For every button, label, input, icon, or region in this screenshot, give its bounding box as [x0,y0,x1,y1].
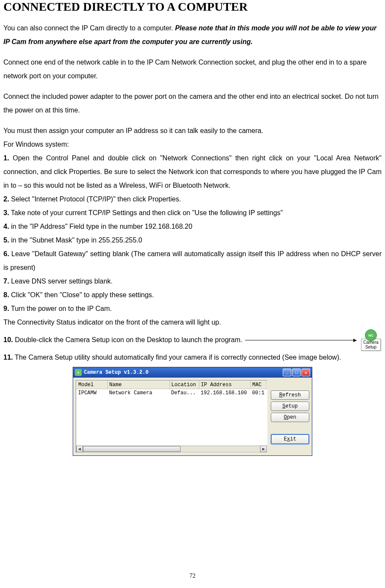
step-7: 7. Leave DNS server settings blank. [3,275,382,288]
refresh-button[interactable]: Refresh [271,390,309,400]
exit-button[interactable]: Exit [271,434,309,444]
cell-mac: 00:1 [250,389,267,397]
btn-text: efresh [282,392,301,398]
step-9: 9. Turn the power on to the IP Cam. [3,302,382,316]
step-4: 4. in the "IP Address" Field type in the… [3,220,382,233]
step-num: 4. [3,223,9,230]
step-1: 1. Open the Control Panel and double cli… [3,151,382,192]
table-row[interactable]: IPCAMW Network Camera Defau... 192.168.1… [77,389,267,397]
step-text: Leave DNS server settings blank. [9,278,113,285]
intro-paragraph: You can also connect the IP Cam directly… [3,21,382,49]
window-body: Model Name Location IP Address MAC IPCAM… [73,378,312,455]
col-ip[interactable]: IP Address [199,381,250,389]
step-num: 9. [3,305,9,312]
step-text: The Camera Setup utility should automati… [13,354,341,361]
btn-text: E [284,436,287,442]
btn-text: etup [285,403,298,409]
table-header-row: Model Name Location IP Address MAC [77,381,267,389]
horizontal-scrollbar[interactable]: ◄ ► [76,446,267,452]
col-model[interactable]: Model [77,381,108,389]
step-text: in the "Subnet Mask" type in 255.255.255… [9,236,142,244]
col-location[interactable]: Location [169,381,199,389]
minimize-button[interactable]: _ [283,369,291,376]
step-11: 11. The Camera Setup utility should auto… [3,351,382,364]
close-button[interactable]: ✕ [302,369,310,376]
step-text: Leave "Default Gateway" setting blank (T… [3,250,382,271]
step-num: 10. [3,336,13,343]
step-text: in the "IP Address" Field type in the nu… [9,223,192,230]
step-num: 8. [3,291,9,298]
paragraph-4b: For Windows system: [3,138,382,151]
step-num: 3. [3,209,9,216]
step-5: 5. in the "Subnet Mask" type in 255.255.… [3,233,382,247]
window-buttons: _ □ ✕ [283,369,310,376]
step-num: 5. [3,236,9,244]
scroll-track[interactable] [83,446,260,452]
step-num: 1. [3,154,9,162]
app-icon: ✦ [75,369,82,376]
desktop-icon-line2: Setup [361,345,380,349]
camera-table[interactable]: Model Name Location IP Address MAC IPCAM… [76,380,267,453]
paragraph-3: Connect the included power adapter to th… [3,90,382,117]
col-mac[interactable]: MAC [250,381,267,389]
btn-text: pen [287,414,296,420]
step-num: 7. [3,278,9,285]
step-9b: The Connectivity Status indicator on the… [3,316,382,329]
mnemonic: x [287,436,290,442]
arrow-icon [245,340,356,340]
camera-list-table: Model Name Location IP Address MAC IPCAM… [76,381,267,397]
step-text: Take note of your current TCP/IP Setting… [9,209,283,216]
nc-badge-icon: NC [365,329,377,341]
cell-name: Network Camera [107,389,169,397]
button-spacer [271,424,309,432]
col-name[interactable]: Name [107,381,169,389]
step-3: 3. Take note of your current TCP/IP Sett… [3,206,382,220]
intro-lead: You can also connect the IP Cam directly… [3,24,175,32]
open-button[interactable]: Open [271,413,309,422]
step-num: 2. [3,195,9,203]
scroll-thumb[interactable] [83,446,181,452]
window-title: Camera Setup v1.3.2.0 [84,369,283,375]
cell-location: Defau... [169,389,199,397]
scroll-right-icon[interactable]: ► [260,446,267,452]
mnemonic: R [279,392,282,398]
scroll-left-icon[interactable]: ◄ [76,446,83,452]
camera-setup-desktop-icon: NC Camera Setup [360,329,382,351]
btn-text: it [290,436,296,442]
cell-model: IPCAMW [77,389,108,397]
step-text: Turn the power on to the IP Cam. [9,305,112,312]
setup-button[interactable]: Setup [271,402,309,411]
mnemonic: O [284,414,287,420]
maximize-button[interactable]: □ [292,369,301,376]
step-8: 8. Click "OK" then "Close" to apply thes… [3,288,382,302]
step-num: 11. [3,354,13,361]
step-10: 10. Double-click the Camera Setup icon o… [3,333,243,347]
window-titlebar[interactable]: ✦ Camera Setup v1.3.2.0 _ □ ✕ [73,367,312,378]
cell-ip: 192.168.168.100 [199,389,250,397]
camera-setup-window: ✦ Camera Setup v1.3.2.0 _ □ ✕ Model Name… [73,367,312,456]
step-text: Double-click the Camera Setup icon on th… [13,336,242,343]
step-num: 6. [3,250,9,257]
step-text: Open the Control Panel and double click … [3,154,382,189]
paragraph-2: Connect one end of the network cable in … [3,56,382,83]
step-text: Click "OK" then "Close" to apply these s… [9,291,154,298]
paragraph-4a: You must then assign your computer an IP… [3,124,382,138]
page-number: 72 [0,573,385,579]
step-text: Select "Internet Protocol (TCP/IP)" then… [9,195,181,203]
page-title: CONNECTED DIRECTLY TO A COMPUTER [3,0,382,14]
step-10-row: 10. Double-click the Camera Setup icon o… [3,329,382,351]
side-buttons: Refresh Setup Open Exit [271,380,309,453]
step-2: 2. Select "Internet Protocol (TCP/IP)" t… [3,192,382,206]
step-6: 6. Leave "Default Gateway" setting blank… [3,247,382,275]
